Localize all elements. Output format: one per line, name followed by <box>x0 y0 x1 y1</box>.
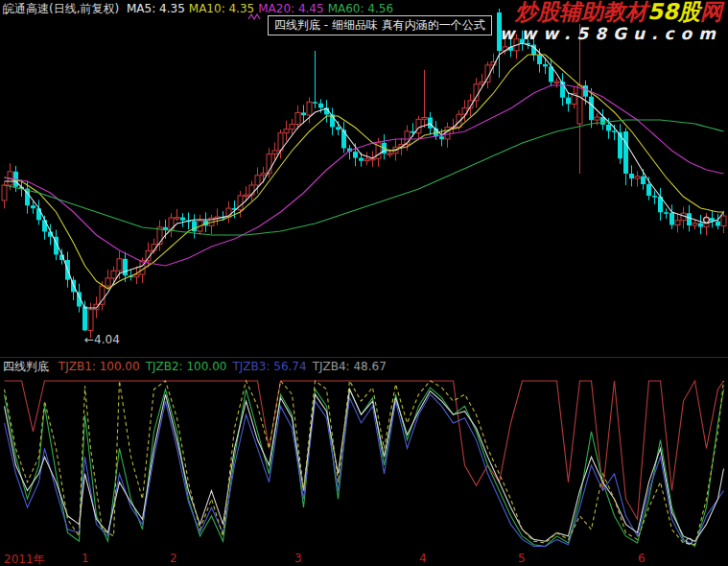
x-axis-year-label: 2011年 <box>4 552 45 566</box>
watermark-line1: 炒股辅助教材58股网 <box>500 0 722 24</box>
watermark-yellow-text: 58股 <box>647 0 700 24</box>
chart-canvas[interactable] <box>0 0 728 566</box>
low-price-annotation: ←4.04 <box>84 333 120 346</box>
watermark-red-text2: 网 <box>700 0 722 24</box>
formula-caption-text: 四线判底 - 细细品味 真有内涵的一个公式 <box>274 18 485 32</box>
x-axis-month-label: 1 <box>82 552 89 565</box>
watermark-url: www.58Gu.com <box>500 25 722 43</box>
indicator-value-label: TJZB1: 100.00 <box>59 360 140 373</box>
indicator-lines <box>5 381 724 547</box>
stock-title: 皖通高速(日线,前复权) <box>3 2 119 15</box>
ma-label-group: MA5: 4.35MA10: 4.35MA20: 4.45MA60: 4.56 <box>127 2 397 15</box>
indicator-value-label: TJZB4: 48.67 <box>313 360 387 373</box>
indicator-header: 四线判底 TJZB1: 100.00TJZB2: 100.00TJZB3: 56… <box>3 359 398 375</box>
watermark-red-text: 炒股辅助教材 <box>515 0 647 24</box>
x-axis-month-label: 3 <box>294 552 302 565</box>
indicator-value-label: TJZB3: 56.74 <box>232 360 306 373</box>
panel-divider <box>0 357 728 358</box>
stock-chart-svg[interactable] <box>0 0 728 566</box>
x-axis-month-label: 6 <box>638 552 646 565</box>
x-axis: 2011年 123456 <box>0 552 728 566</box>
ma-value-label: MA20: 4.45 <box>258 2 323 15</box>
ma-value-label: MA5: 4.35 <box>127 2 185 15</box>
indicator-title: 四线判底 <box>3 360 49 373</box>
x-axis-month-label: 5 <box>518 552 526 565</box>
ma-value-label: MA10: 4.35 <box>189 2 254 15</box>
formula-caption-box: 四线判底 - 细细品味 真有内涵的一个公式 <box>268 15 492 35</box>
ma-value-label: MA60: 4.56 <box>328 2 393 15</box>
indicator-value-label: TJZB2: 100.00 <box>146 360 227 373</box>
x-axis-month-label: 4 <box>419 552 427 565</box>
x-axis-month-label: 2 <box>170 552 177 565</box>
indicator-label-group: TJZB1: 100.00TJZB2: 100.00TJZB3: 56.74TJ… <box>59 360 392 373</box>
site-watermark: 炒股辅助教材58股网 www.58Gu.com <box>500 0 722 43</box>
ma-lines <box>5 43 724 308</box>
